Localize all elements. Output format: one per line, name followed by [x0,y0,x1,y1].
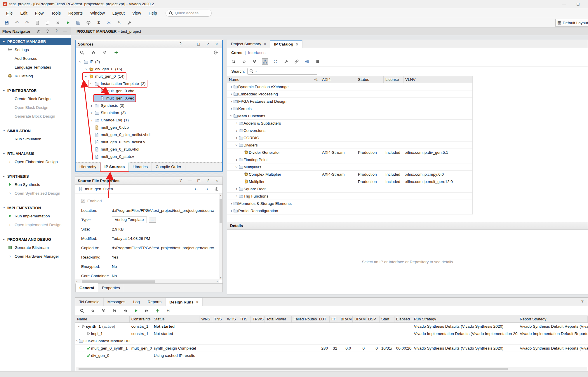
scrollbar-thumb[interactable] [82,280,155,283]
tree-expander-icon[interactable]: › [90,111,93,115]
copy-icon[interactable] [44,20,51,26]
tree-expander-icon[interactable]: › [229,209,233,213]
flow-section-header-rtl-analysis[interactable]: ›RTL ANALYSIS [0,150,71,157]
add-icon[interactable] [154,308,161,314]
run-row-div-gen-0[interactable]: div_gen_0Using cached IP results [75,352,588,359]
settings-gear-icon[interactable] [213,186,220,192]
menu-window[interactable]: Window [86,9,109,18]
probe-icon[interactable] [126,20,133,26]
sources-tab-hierarchy[interactable]: Hierarchy [76,163,100,171]
column-header-name[interactable]: Name^1 [227,76,320,83]
minimize-icon[interactable]: — [62,28,68,34]
enabled-checkbox[interactable]: ✓ [81,199,85,203]
flow-section-header-synthesis[interactable]: ›SYNTHESIS [0,172,71,180]
collapse-all-icon[interactable] [36,28,42,34]
panel-splitter[interactable] [75,174,223,174]
catalog-row-math-functions[interactable]: ›Math Functions [227,112,472,120]
source-tree-item-mult-gen-0-veo[interactable]: mult_gen_0.veo [76,95,222,102]
help-icon[interactable]: ? [580,298,588,306]
fast-forward-icon[interactable] [144,308,150,314]
scrollbar-thumb[interactable] [79,368,508,370]
maximize-icon[interactable]: ◻ [196,177,202,184]
close-icon[interactable]: × [213,41,220,47]
settings-gear-icon[interactable] [213,49,219,56]
source-tree-item-mult-gen-0-dcp[interactable]: mult_gen_0.dcp [76,124,222,131]
tree-expander-icon[interactable]: › [229,85,233,89]
flow-item-open-synthesized-design[interactable]: ›Open Synthesized Design [0,189,71,198]
catalog-row-cordic[interactable]: ›CORDIC [227,134,472,142]
column-header-run-strategy[interactable]: Run Strategy [412,316,518,322]
link-icon[interactable] [293,58,300,65]
horizontal-scrollbar[interactable] [76,367,587,371]
source-tree-item-mult-gen-0-stub-vhdl[interactable]: mult_gen_0_stub.vhdl [76,146,222,153]
column-header-tpws[interactable]: TPWS [251,316,265,322]
properties-tab-properties[interactable]: Properties [98,284,124,292]
tree-expander-icon[interactable]: › [235,165,239,169]
source-tree-item-ip[interactable]: ›IP(2) [76,58,222,65]
flow-item-run-implementation[interactable]: Run Implementation [0,212,71,220]
taxonomy-icon[interactable] [262,58,268,65]
maximize-icon[interactable]: ◻ [575,1,581,7]
column-header-elapsed[interactable]: Elapsed [394,316,412,322]
percent-icon[interactable]: % [165,308,172,314]
column-header-tns[interactable]: TNS [212,316,225,322]
tree-expander-icon[interactable]: › [235,158,239,162]
source-tree-item-synthesis[interactable]: ›Synthesis(3) [76,102,222,109]
menu-layout[interactable]: Layout [109,9,128,18]
layout-selector[interactable]: ▦ Default Layout [555,19,588,27]
flow-section-header-simulation[interactable]: ›SIMULATION [0,127,71,135]
expand-all-icon[interactable] [102,49,108,56]
column-header-ths[interactable]: THS [238,316,251,322]
flow-section-header-program-and-debug[interactable]: ›PROGRAM AND DEBUG [0,235,71,243]
source-tree-item-simulation[interactable]: ›Simulation(3) [76,109,222,116]
catalog-row-memories-storage-elements[interactable]: ›Memories & Storage Elements [227,200,472,207]
help-icon[interactable]: ? [177,41,184,47]
menu-tools[interactable]: Tools [47,9,65,18]
column-header-name[interactable]: Name [75,316,130,322]
tree-expander-icon[interactable]: › [235,121,239,125]
scrollbar-thumb[interactable] [220,199,222,223]
column-header-failed-routes[interactable]: Failed Routes [292,316,317,322]
source-tree-item-div-gen-0[interactable]: ›div_gen_0(16) [76,65,222,73]
flow-item-open-implemented-design[interactable]: ›Open Implemented Design [0,220,71,229]
back-arrow-icon[interactable] [193,186,200,192]
console-tab-design-runs[interactable]: Design Runs× [166,298,203,306]
close-icon[interactable]: × [214,177,220,184]
flow-item-generate-bitstream[interactable]: Generate Bitstream [0,243,71,252]
undo-icon[interactable]: ↶ [14,20,20,26]
tree-expander-icon[interactable]: › [229,114,234,118]
flow-item-language-templates[interactable]: Language Templates [0,63,71,71]
column-header-vlnv[interactable]: VLNV [403,76,472,83]
tree-expander-icon[interactable]: › [235,187,239,191]
source-tree-item-mult-gen-0-sim-netlist-vhdl[interactable]: mult_gen_0_sim_netlist.vhdl [76,131,222,138]
source-tree-item-mult-gen-0-stub-v[interactable]: mult_gen_0_stub.v [76,153,222,160]
menu-file[interactable]: File [2,9,17,18]
program-icon[interactable] [75,20,81,26]
forward-arrow-icon[interactable] [203,186,210,192]
horizontal-scrollbar[interactable]: ◂ ▸ [75,280,219,283]
cores-link[interactable]: Cores [231,50,242,55]
flow-item-open-block-design[interactable]: Open Block Design [0,103,71,112]
column-header-lut[interactable]: LUT [317,316,330,322]
scroll-left-icon[interactable]: ◂ [76,280,77,283]
expand-all-icon[interactable] [100,308,107,314]
updown-icon[interactable] [44,28,51,34]
flow-item-open-elaborated-design[interactable]: ›Open Elaborated Design [0,157,71,166]
tree-expander-icon[interactable]: › [229,92,233,96]
menu-flow[interactable]: Flow [31,9,48,18]
catalog-row-square-root[interactable]: ›Square Root [227,185,472,193]
column-header-bram[interactable]: BRAM [339,316,353,322]
catalog-row-kernels[interactable]: ›Kernels [227,105,472,112]
chevron-down-icon[interactable]: › [254,69,258,73]
rewind-icon[interactable] [122,308,128,314]
catalog-row-fpga-features-and-design[interactable]: ›FPGA Features and Design [227,98,472,105]
menu-help[interactable]: Help [145,9,161,18]
search-icon[interactable] [79,49,85,56]
source-tree-item-instantiation-template[interactable]: ›Instantiation Template(2) [76,80,222,87]
interface-icon[interactable] [272,58,279,65]
close-icon[interactable]: × [263,42,266,46]
ellipsis-button[interactable]: … [149,217,156,223]
column-header-constraints[interactable]: Constraints [130,316,152,322]
run-row-impl-1[interactable]: impl_1constrs_1Not startedVivado Impleme… [75,330,588,337]
catalog-row-partial-reconfiguration[interactable]: ›Partial Reconfiguration [227,207,472,214]
